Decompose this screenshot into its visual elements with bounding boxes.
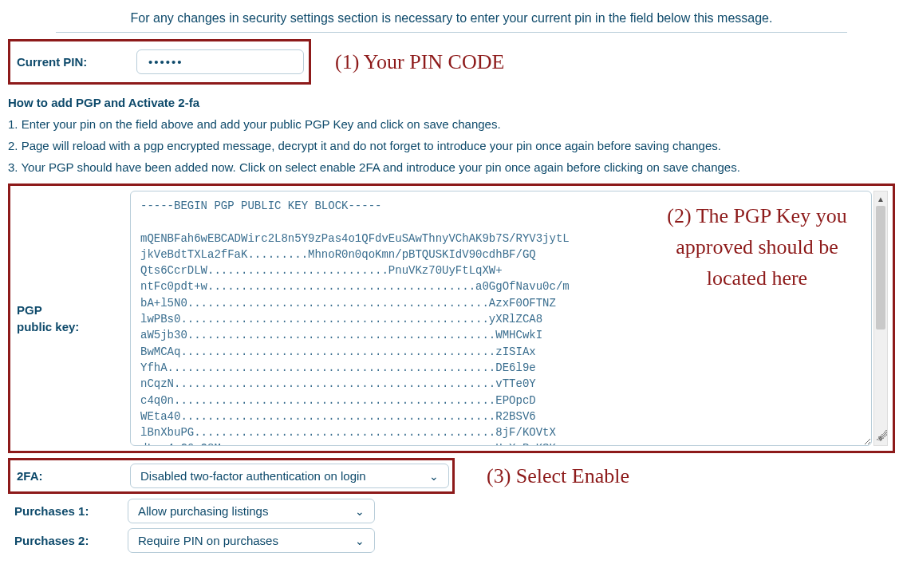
current-pin-input[interactable]	[136, 49, 304, 74]
twofa-select[interactable]: Disabled two-factor authentication on lo…	[130, 464, 449, 488]
purchases1-select[interactable]: Allow purchasing listings ⌄	[128, 499, 375, 523]
chevron-down-icon: ⌄	[355, 505, 365, 518]
security-notice: For any changes in security settings sec…	[56, 6, 847, 33]
pgp-label: PGP public key:	[10, 302, 130, 335]
chevron-down-icon: ⌄	[429, 470, 439, 483]
purchases2-select[interactable]: Require PIN on purchases ⌄	[128, 528, 375, 553]
annotation-1: (1) Your PIN CODE	[335, 50, 504, 74]
pgp-public-key-textarea[interactable]	[130, 191, 872, 446]
scroll-down-icon[interactable]: ▼	[874, 431, 887, 445]
chevron-down-icon: ⌄	[355, 535, 365, 547]
scroll-thumb[interactable]	[876, 206, 885, 330]
current-pin-label: Current PIN:	[17, 55, 136, 69]
scroll-track[interactable]	[874, 206, 887, 431]
twofa-group: 2FA: Disabled two-factor authentication …	[8, 458, 455, 494]
howto-step-1: 1. Enter your pin on the field above and…	[8, 117, 895, 131]
twofa-value: Disabled two-factor authentication on lo…	[140, 469, 366, 483]
howto-heading: How to add PGP and Activate 2-fa	[8, 96, 895, 109]
purchases1-label: Purchases 1:	[8, 504, 128, 518]
annotation-3: (3) Select Enable	[487, 464, 629, 488]
twofa-label: 2FA:	[10, 469, 130, 483]
pgp-group: PGP public key: ▲ ▼ (2) The PGP Key you …	[8, 184, 895, 453]
purchases2-value: Require PIN on purchases	[138, 534, 278, 547]
scroll-up-icon[interactable]: ▲	[874, 191, 887, 206]
howto-step-2: 2. Page will reload with a pgp encrypted…	[8, 139, 895, 152]
pgp-scrollbar[interactable]: ▲ ▼	[873, 191, 888, 446]
howto-step-3: 3. Your PGP should have been added now. …	[8, 160, 895, 174]
purchases2-label: Purchases 2:	[8, 534, 128, 547]
current-pin-group: Current PIN:	[8, 39, 311, 85]
purchases1-value: Allow purchasing listings	[138, 504, 268, 518]
